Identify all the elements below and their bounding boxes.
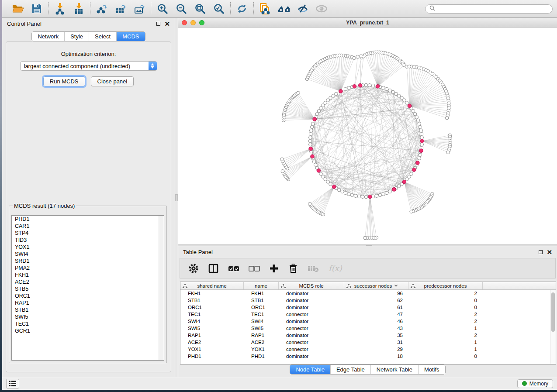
cell-name: RAP1 — [244, 333, 279, 338]
tab-group: NetworkStyleSelectMCDS — [31, 31, 145, 41]
network-graph[interactable] — [178, 28, 555, 244]
mcds-result-item: SRD1 — [12, 258, 164, 265]
close-window-button[interactable] — [182, 20, 187, 25]
zoom-fit-icon[interactable] — [194, 2, 207, 15]
table-row[interactable]: SWI5SWI5connector431 — [180, 325, 556, 332]
mcds-result-item: TID3 — [12, 237, 164, 244]
optimization-criterion-select[interactable]: largest connected component (undirected) — [20, 61, 157, 71]
run-mcds-button[interactable]: Run MCDS — [43, 76, 85, 86]
table-tab-motifs[interactable]: Motifs — [418, 365, 445, 374]
vertical-splitter[interactable] — [175, 18, 178, 377]
cell-predecessor-nodes: 2 — [408, 319, 483, 324]
optimization-criterion-label: Optimization criterion: — [6, 51, 171, 57]
table-scrollbar-thumb[interactable] — [551, 292, 555, 332]
splitter-grip[interactable] — [366, 245, 372, 246]
search-box[interactable] — [425, 4, 553, 14]
cell-successor-nodes: 96 — [344, 291, 408, 296]
cell-predecessor-nodes: 2 — [408, 291, 483, 296]
close-panel-button[interactable]: Close panel — [91, 76, 134, 86]
cell-name: ACE2 — [244, 340, 279, 345]
table-panel-title: Table Panel — [183, 249, 213, 255]
toggle-graphics-details-icon[interactable] — [296, 2, 309, 15]
control-panel-header: Control Panel ✕ — [2, 18, 175, 29]
column-header-successor-nodes[interactable]: successor nodes — [344, 282, 408, 289]
apply-layout-icon[interactable] — [235, 2, 249, 15]
mcds-result-item: CAR1 — [12, 223, 164, 230]
clone-network-icon[interactable] — [259, 2, 272, 15]
table-row[interactable]: PHD1PHD1dominator180 — [180, 353, 556, 360]
column-header-name[interactable]: name — [244, 282, 279, 289]
cell-name: YOX1 — [244, 347, 279, 352]
table-panel: Table Panel ✕ f(x) shared namenameMCDS r… — [178, 246, 557, 377]
show-columns-icon[interactable] — [208, 262, 219, 275]
table-row[interactable]: RAP1RAP1dominator352 — [180, 332, 556, 339]
cell-predecessor-nodes: 2 — [408, 333, 483, 338]
save-session-icon[interactable] — [30, 2, 43, 15]
splitter-grip[interactable] — [175, 194, 178, 201]
table-tab-node-table[interactable]: Node Table — [290, 365, 330, 374]
mcds-result-group: MCDS result (17 nodes) PHD1CAR1STP4TID3Y… — [9, 203, 167, 363]
mcds-result-item: GCR1 — [12, 327, 164, 334]
add-column-icon[interactable] — [269, 262, 279, 275]
zoom-window-button[interactable] — [199, 20, 204, 25]
cell-name: PHD1 — [244, 354, 279, 359]
cell-shared-name: PHD1 — [180, 354, 244, 359]
deselect-all-rows-icon[interactable] — [249, 262, 260, 275]
table-scrollbar[interactable] — [550, 290, 556, 364]
mcds-result-item: STP4 — [12, 230, 164, 237]
tab-network[interactable]: Network — [32, 32, 64, 41]
panel-menu-button[interactable] — [6, 379, 19, 389]
open-session-icon[interactable] — [11, 2, 24, 15]
cell-MCDS-role: connector — [279, 326, 344, 331]
import-table-icon[interactable] — [72, 2, 85, 15]
column-header-predecessor-nodes[interactable]: predecessor nodes — [408, 282, 483, 289]
table-options-gear-icon[interactable] — [188, 262, 199, 275]
node-table: shared namenameMCDS rolesuccessor nodesp… — [180, 282, 556, 364]
mcds-result-item: PMA2 — [12, 265, 164, 272]
column-header-shared-name[interactable]: shared name — [180, 282, 244, 289]
table-tab-network-table[interactable]: Network Table — [370, 365, 418, 374]
table-tab-edge-table[interactable]: Edge Table — [330, 365, 370, 374]
cell-MCDS-role: connector — [279, 312, 344, 317]
delete-columns-icon[interactable] — [288, 262, 298, 275]
memory-label: Memory — [529, 381, 548, 387]
table-row[interactable]: FKH1FKH1dominator962 — [180, 290, 556, 297]
float-panel-icon[interactable] — [539, 250, 543, 254]
table-row[interactable]: STB1STB1dominator620 — [180, 297, 556, 304]
cell-MCDS-role: dominator — [279, 319, 344, 324]
tab-mcds[interactable]: MCDS — [116, 32, 145, 41]
tab-select[interactable]: Select — [89, 32, 116, 41]
zoom-selected-icon[interactable] — [212, 2, 225, 15]
zoom-in-icon[interactable] — [156, 2, 169, 15]
mcds-list-scrollbar[interactable] — [159, 216, 164, 360]
export-image-icon[interactable] — [133, 2, 146, 15]
cell-shared-name: STB1 — [180, 298, 244, 303]
find-icon[interactable] — [277, 2, 291, 15]
float-panel-icon[interactable] — [156, 22, 160, 26]
minimize-window-button[interactable] — [190, 20, 196, 25]
table-row[interactable]: ORC1ORC1dominator610 — [180, 304, 556, 311]
export-network-icon[interactable] — [95, 2, 108, 15]
memory-button[interactable]: Memory — [517, 379, 553, 388]
close-panel-icon[interactable]: ✕ — [547, 250, 552, 254]
table-row[interactable]: YOX1YOX1connector291 — [180, 346, 556, 353]
control-panel: Control Panel ✕ NetworkStyleSelectMCDS O… — [2, 18, 175, 377]
select-all-rows-icon[interactable] — [228, 262, 239, 275]
search-input[interactable] — [438, 5, 548, 12]
node-table-body: FKH1FKH1dominator962STB1STB1dominator620… — [180, 290, 556, 360]
cell-name: STB1 — [244, 298, 279, 303]
network-canvas[interactable] — [178, 28, 557, 244]
mcds-result-item: ACE2 — [12, 279, 164, 285]
import-network-icon[interactable] — [53, 2, 66, 15]
zoom-out-icon[interactable] — [175, 2, 188, 15]
cell-successor-nodes: 61 — [344, 305, 408, 310]
tab-style[interactable]: Style — [64, 32, 89, 41]
column-header-MCDS-role[interactable]: MCDS role — [279, 282, 344, 289]
table-row[interactable]: SWI4SWI4dominator462 — [180, 318, 556, 325]
close-panel-icon[interactable]: ✕ — [164, 22, 170, 26]
export-table-icon[interactable] — [114, 2, 127, 15]
table-row[interactable]: ACE2ACE2connector311 — [180, 339, 556, 346]
delete-table-icon — [308, 262, 319, 275]
table-row[interactable]: TEC1TEC1connector472 — [180, 311, 556, 318]
mcds-result-item: STB1 — [12, 306, 164, 313]
